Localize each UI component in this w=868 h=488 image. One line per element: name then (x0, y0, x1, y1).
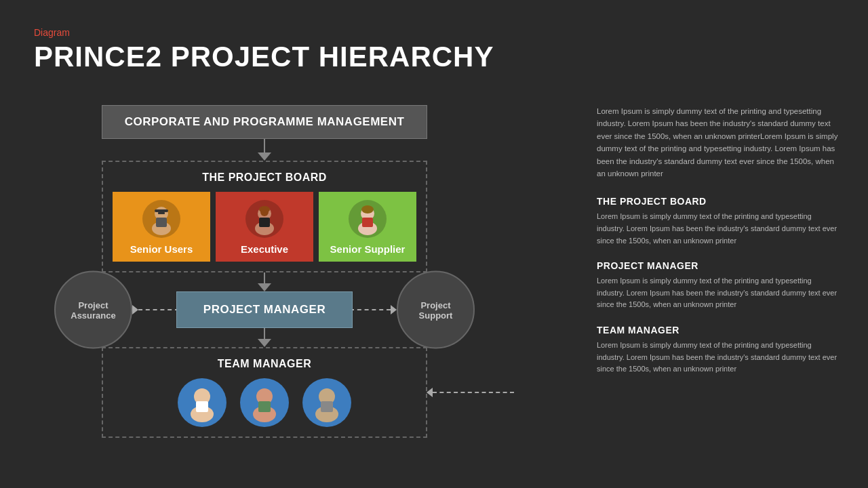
senior-supplier-label: Senior Supplier (330, 243, 406, 255)
project-assurance-circle: ProjectAssurance (54, 271, 132, 349)
executive-label: Executive (241, 243, 288, 255)
connector-line-2 (264, 272, 265, 283)
board-members: Senior Users Executive (113, 192, 416, 262)
diagram-area: CORPORATE AND PROGRAMME MANAGEMENT THE P… (34, 105, 495, 438)
right-section-tm: TEAM MANAGER Lorem Ipsum is simply dummy… (597, 325, 841, 375)
right-section-board: THE PROJECT BOARD Lorem Ipsum is simply … (597, 196, 841, 247)
right-section-board-text: Lorem Ipsum is simply dummy text of the … (597, 211, 841, 247)
corporate-box: CORPORATE AND PROGRAMME MANAGEMENT (102, 105, 427, 139)
pm-outer-row: ProjectAssurance PROJECT MANAGER Project… (61, 291, 468, 328)
right-section-tm-text: Lorem Ipsum is simply dummy text of the … (597, 340, 841, 375)
connector-line (264, 139, 265, 152)
right-section-pm: PROJECT MANAGER Lorem Ipsum is simply du… (597, 260, 841, 311)
right-section-tm-title: TEAM MANAGER (597, 325, 841, 336)
executive-card: Executive (216, 192, 313, 262)
right-section-board-title: THE PROJECT BOARD (597, 196, 841, 207)
team-avatars (113, 378, 416, 427)
project-board-outer: THE PROJECT BOARD Senior Users (102, 161, 427, 272)
slide: Diagram PRINCE2 PROJECT HIERARCHY CORPOR… (0, 0, 868, 488)
senior-users-avatar (142, 200, 180, 238)
project-board-title: THE PROJECT BOARD (113, 171, 416, 184)
svg-rect-2 (156, 218, 167, 227)
dashed-right (350, 305, 397, 314)
svg-rect-19 (258, 401, 271, 412)
project-support-circle: ProjectSupport (397, 271, 475, 349)
right-section-pm-text: Lorem Ipsum is simply dummy text of the … (597, 275, 841, 311)
dashed-line (138, 309, 179, 310)
team-manager-outer: TEAM MANAGER (102, 347, 427, 438)
svg-rect-7 (259, 218, 270, 227)
arrow-down (34, 152, 495, 161)
right-panel: Lorem Ipsum is simply dummy text of the … (597, 105, 841, 389)
svg-rect-22 (321, 401, 333, 412)
pa-label: ProjectAssurance (71, 300, 115, 320)
dashed-line-r (350, 309, 391, 310)
team-manager-title: TEAM MANAGER (113, 358, 416, 370)
arrow-head (258, 152, 271, 161)
svg-point-13 (361, 205, 374, 214)
arrow-right-head-r (391, 305, 397, 314)
senior-supplier-card: Senior Supplier (319, 192, 416, 262)
svg-rect-4 (155, 209, 168, 212)
senior-users-label: Senior Users (130, 243, 193, 255)
svg-rect-12 (362, 218, 373, 227)
arrow-right-head (132, 305, 138, 314)
right-intro: Lorem Ipsum is simply dummy text of the … (597, 105, 841, 180)
svg-point-9 (259, 206, 270, 213)
header-label: Diagram (34, 27, 834, 38)
executive-avatar (245, 200, 283, 238)
ps-label: ProjectSupport (419, 300, 453, 320)
main-title: PRINCE2 PROJECT HIERARCHY (34, 41, 834, 73)
team-avatar-1 (178, 378, 226, 427)
senior-supplier-avatar (349, 200, 387, 238)
arrow-left-head-tm (427, 388, 433, 397)
team-avatar-3 (302, 378, 351, 427)
right-section-pm-title: PROJECT MANAGER (597, 260, 841, 271)
svg-rect-16 (196, 401, 208, 412)
senior-users-card: Senior Users (113, 192, 210, 262)
connector-line-3 (264, 328, 265, 339)
svg-rect-3 (158, 212, 165, 214)
dashed-left (132, 305, 179, 314)
arrow-head-2 (258, 283, 271, 291)
team-avatar-2 (240, 378, 289, 427)
arrow-head-3 (258, 339, 271, 347)
tm-dashed (433, 392, 514, 393)
tm-right-connector (427, 388, 514, 397)
pm-box: PROJECT MANAGER (176, 291, 353, 328)
